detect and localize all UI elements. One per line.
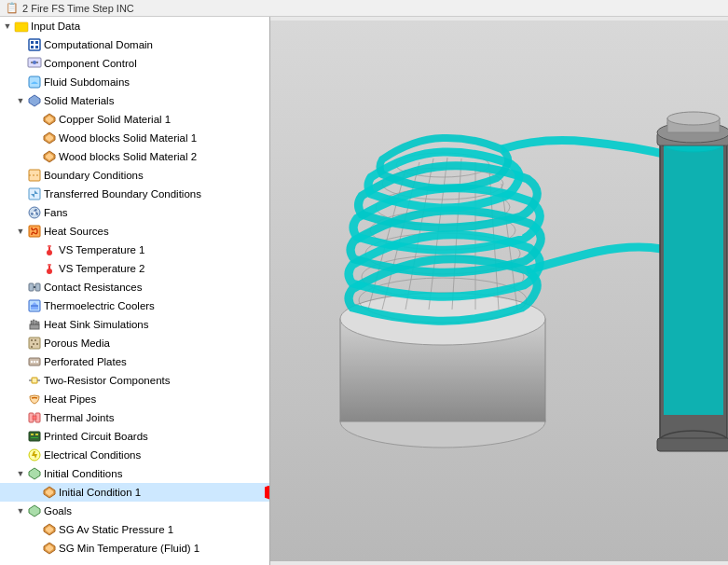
label-heat-sources: Heat Sources xyxy=(44,226,109,237)
label-vs-temp-1: VS Temperature 1 xyxy=(59,244,144,255)
label-goals: Goals xyxy=(44,505,72,517)
label-heat-sink: Heat Sink Simulations xyxy=(44,319,149,330)
svg-rect-57 xyxy=(31,434,34,435)
tree-item-contact-res[interactable]: ▶Contact Resistances xyxy=(0,278,269,296)
icon-copper-solid xyxy=(42,112,57,127)
tree-item-sg-min-temp[interactable]: ▶SG Min Temperature (Fluid) 1 xyxy=(0,539,269,558)
svg-point-8 xyxy=(33,61,36,64)
svg-rect-37 xyxy=(34,320,35,324)
label-copper-solid: Copper Solid Material 1 xyxy=(59,114,171,125)
tree-item-comp-domain[interactable]: ▶Computational Domain xyxy=(0,35,269,54)
icon-sg-av-static xyxy=(42,522,57,537)
label-fans: Fans xyxy=(44,207,68,218)
tree-item-heat-sink[interactable]: ▶Heat Sink Simulations xyxy=(0,315,269,334)
svg-point-22 xyxy=(34,212,36,214)
tree-item-root[interactable]: ▼Input Data xyxy=(0,17,269,35)
svg-rect-56 xyxy=(29,432,40,441)
tree-item-thermal-joints[interactable]: ▶Thermal Joints xyxy=(0,408,269,427)
svg-marker-10 xyxy=(29,95,40,106)
svg-rect-50 xyxy=(32,378,37,383)
label-thermal-joints: Thermal Joints xyxy=(44,412,114,423)
tree-item-wood-solid-1[interactable]: ▶Wood blocks Solid Material 1 xyxy=(0,129,269,147)
expand-btn-initial-conds[interactable]: ▼ xyxy=(15,468,26,479)
tree-item-porous[interactable]: ▶Porous Media xyxy=(0,334,269,352)
icon-transferred xyxy=(27,186,42,201)
icon-initial-conds xyxy=(27,466,42,481)
icon-contact-res xyxy=(27,280,42,295)
tree-item-fans[interactable]: ▶Fans xyxy=(0,203,269,222)
icon-heat-pipes xyxy=(27,392,42,407)
svg-point-41 xyxy=(31,339,33,341)
tree-item-goals[interactable]: ▼Goals xyxy=(0,502,269,520)
svg-rect-39 xyxy=(38,322,40,324)
svg-point-44 xyxy=(36,343,38,345)
svg-point-45 xyxy=(31,346,33,348)
tree-item-initial-conds[interactable]: ▼Initial Conditions xyxy=(0,464,269,483)
svg-rect-3 xyxy=(35,41,38,44)
tree-panel[interactable]: ▼Input Data▶Computational Domain▶Compone… xyxy=(0,17,270,565)
label-wood-solid-1: Wood blocks Solid Material 1 xyxy=(59,132,197,144)
icon-thermoelectric xyxy=(27,298,42,313)
main-area: ▼Input Data▶Computational Domain▶Compone… xyxy=(0,17,728,565)
tree-item-pcb[interactable]: ▶Printed Circuit Boards xyxy=(0,427,269,446)
tree-item-initial-cond-1[interactable]: ▶Initial Condition 1 xyxy=(0,483,269,502)
expand-btn-root[interactable]: ▼ xyxy=(2,21,13,32)
icon-pcb xyxy=(27,429,42,444)
svg-rect-97 xyxy=(657,438,728,451)
tree-item-thermoelectric[interactable]: ▶Thermoelectric Coolers xyxy=(0,296,269,315)
svg-rect-35 xyxy=(30,324,39,329)
svg-rect-29 xyxy=(48,264,51,266)
svg-rect-2 xyxy=(31,41,34,44)
label-wood-solid-2: Wood blocks Solid Material 2 xyxy=(59,151,197,162)
tree-item-boundary[interactable]: ▶Boundary Conditions xyxy=(0,166,269,185)
tree-item-vs-temp-2[interactable]: ▶VS Temperature 2 xyxy=(0,259,269,278)
expand-btn-solid-mat[interactable]: ▼ xyxy=(15,95,26,106)
label-thermoelectric: Thermoelectric Coolers xyxy=(44,300,155,311)
tree-item-two-resistor[interactable]: ▶Two-Resistor Components xyxy=(0,371,269,390)
svg-rect-93 xyxy=(664,145,723,415)
label-initial-conds: Initial Conditions xyxy=(44,468,122,479)
label-root: Input Data xyxy=(31,21,80,32)
label-heat-pipes: Heat Pipes xyxy=(44,393,96,405)
expand-btn-goals[interactable]: ▼ xyxy=(15,505,26,517)
svg-point-43 xyxy=(33,343,34,345)
title-bar: 📋 2 Fire FS Time Step INC xyxy=(0,0,728,17)
label-contact-res: Contact Resistances xyxy=(44,282,142,293)
svg-point-48 xyxy=(34,361,35,363)
label-boundary: Boundary Conditions xyxy=(44,170,144,181)
tree-item-electrical[interactable]: ▶Electrical Conditions xyxy=(0,446,269,464)
label-electrical: Electrical Conditions xyxy=(44,449,141,461)
svg-point-100 xyxy=(667,112,720,125)
svg-marker-64 xyxy=(29,505,40,517)
svg-point-42 xyxy=(34,339,36,341)
svg-rect-31 xyxy=(35,283,40,291)
tree-item-comp-control[interactable]: ▶Component Control xyxy=(0,54,269,73)
label-solid-mat: Solid Materials xyxy=(44,95,114,106)
icon-sg-min-temp xyxy=(42,541,57,556)
tree-item-heat-pipes[interactable]: ▶Heat Pipes xyxy=(0,390,269,408)
tree-item-wood-solid-2[interactable]: ▶Wood blocks Solid Material 2 xyxy=(0,147,269,166)
tree-item-sg-av-static[interactable]: ▶SG Av Static Pressure 1 xyxy=(0,520,269,539)
title-label: 2 Fire FS Time Step INC xyxy=(22,3,134,14)
label-comp-domain: Computational Domain xyxy=(44,39,153,50)
tree-item-heat-sources[interactable]: ▼Heat Sources xyxy=(0,222,269,241)
svg-rect-4 xyxy=(31,46,34,48)
svg-rect-30 xyxy=(29,283,34,291)
icon-heat-sources xyxy=(27,224,42,239)
icon-fans xyxy=(27,205,42,220)
icon-goals xyxy=(27,503,42,518)
tree-item-fluid-sub[interactable]: ▶Fluid Subdomains xyxy=(0,73,269,91)
expand-btn-heat-sources[interactable]: ▼ xyxy=(15,226,26,237)
label-fluid-sub: Fluid Subdomains xyxy=(44,76,130,88)
tree-item-copper-solid[interactable]: ▶Copper Solid Material 1 xyxy=(0,110,269,129)
svg-rect-55 xyxy=(33,416,36,420)
icon-initial-cond-1 xyxy=(42,485,57,500)
tree-item-transferred[interactable]: ▶Transferred Boundary Conditions xyxy=(0,185,269,203)
tree-item-solid-mat[interactable]: ▼Solid Materials xyxy=(0,91,269,110)
label-pcb: Printed Circuit Boards xyxy=(44,431,148,442)
tree-item-perforated[interactable]: ▶Perforated Plates xyxy=(0,352,269,371)
tree-item-vs-temp-1[interactable]: ▶VS Temperature 1 xyxy=(0,241,269,259)
label-comp-control: Component Control xyxy=(44,58,137,69)
label-perforated: Perforated Plates xyxy=(44,356,127,367)
label-sg-av-static: SG Av Static Pressure 1 xyxy=(59,524,173,535)
